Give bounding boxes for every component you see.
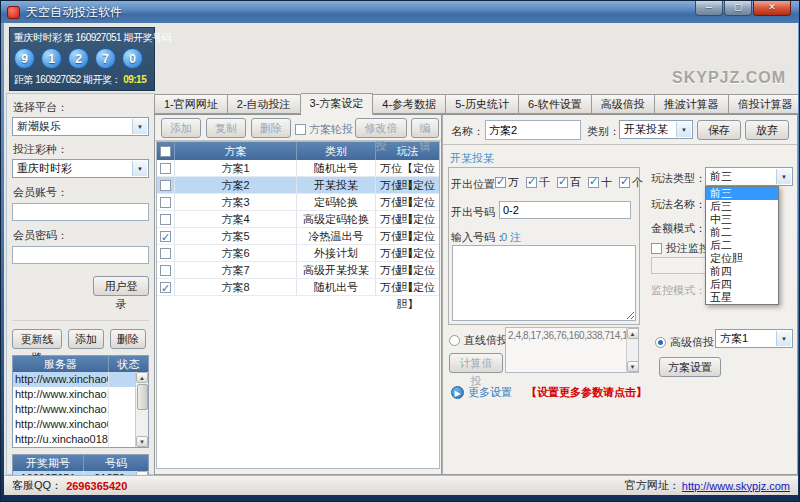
plan-add-button[interactable]: 添加 xyxy=(161,118,201,138)
site-url-link[interactable]: http://www.skypjz.com xyxy=(682,480,790,492)
scrollbar-thumb[interactable] xyxy=(137,384,148,410)
plan-name-input[interactable] xyxy=(485,120,581,140)
server-row[interactable]: http://www.xinchao06... xyxy=(13,372,135,387)
position-option[interactable]: 百 xyxy=(557,175,581,190)
tab-4[interactable]: 4-参考数据 xyxy=(373,94,446,114)
plan-row[interactable]: 方案5冷热温出号万位【定位胆】 xyxy=(157,228,439,245)
plan-row-checkbox[interactable] xyxy=(160,231,171,242)
play-type-option[interactable]: 五星 xyxy=(706,291,778,304)
plan-row[interactable]: 方案6外接计划万位【定位胆】 xyxy=(157,245,439,262)
plan-row[interactable]: 方案8随机出号万位【定位胆】 xyxy=(157,279,439,296)
tab-9[interactable]: 倍投计算器 xyxy=(729,94,798,114)
plan-row[interactable]: 方案3定码轮换万位【定位胆】 xyxy=(157,194,439,211)
position-option[interactable]: 千 xyxy=(526,175,550,190)
plan-row-checkbox[interactable] xyxy=(160,214,171,225)
server-table-scrollbar[interactable]: ▲ ▼ xyxy=(135,372,148,447)
play-type-select[interactable]: 前三 ▼ xyxy=(705,167,793,186)
server-row[interactable]: http://www.xinchao08... xyxy=(13,417,135,432)
tab-6[interactable]: 6-软件设置 xyxy=(519,94,592,114)
position-checkbox[interactable] xyxy=(526,177,537,188)
password-input[interactable] xyxy=(12,246,149,264)
linear-box-scrollbar[interactable]: ▲ ▼ xyxy=(626,328,638,372)
plan-rotate-checkbox[interactable] xyxy=(295,124,306,135)
lottery-select[interactable]: 重庆时时彩 ▼ xyxy=(12,159,149,178)
play-type-option[interactable]: 中三 xyxy=(706,213,778,226)
plan-delete-button[interactable]: 删除 xyxy=(251,118,291,138)
more-settings-link[interactable]: 更多设置 xyxy=(468,385,512,400)
position-option[interactable]: 万 xyxy=(495,175,519,190)
play-type-option[interactable]: 定位胆 xyxy=(706,252,778,265)
numbers-textarea[interactable] xyxy=(452,245,636,321)
tab-8[interactable]: 推波计算器 xyxy=(655,94,729,114)
plan-row-checkbox[interactable] xyxy=(160,197,171,208)
server-row[interactable]: http://www.xinchao15... xyxy=(13,387,135,402)
position-option[interactable]: 十 xyxy=(588,175,612,190)
account-input[interactable] xyxy=(12,203,149,221)
plan-row-checkbox[interactable] xyxy=(160,248,171,259)
calc-multiple-button[interactable]: 计算倍投 xyxy=(449,353,503,373)
tab-2[interactable]: 2-自动投注 xyxy=(228,94,301,114)
plan-row[interactable]: 方案2开某投某万位【定位胆】 xyxy=(157,177,439,194)
advanced-plan-select[interactable]: 方案1 ▼ xyxy=(715,329,793,348)
position-checkbox[interactable] xyxy=(495,177,506,188)
more-settings-hint[interactable]: 【设置更多参数请点击】 xyxy=(526,385,647,400)
play-type-option[interactable]: 前二 xyxy=(706,226,778,239)
delete-line-button[interactable]: 删除 xyxy=(110,329,146,349)
play-type-option[interactable]: 后二 xyxy=(706,239,778,252)
open-number-input[interactable] xyxy=(499,201,631,219)
play-type-option[interactable]: 前四 xyxy=(706,265,778,278)
save-button[interactable]: 保存 xyxy=(697,120,741,140)
play-type-option[interactable]: 前三 xyxy=(706,187,778,200)
scroll-up-icon[interactable]: ▲ xyxy=(627,328,639,339)
plan-row-checkbox[interactable] xyxy=(160,163,171,174)
monitor-checkbox[interactable] xyxy=(651,243,662,254)
plan-row-checkbox[interactable] xyxy=(160,282,171,293)
update-lines-button[interactable]: 更新线路 xyxy=(12,329,62,349)
chevron-down-icon[interactable]: ▼ xyxy=(132,161,147,176)
category-select[interactable]: 开某投某 ▼ xyxy=(619,120,693,139)
position-option[interactable]: 个 xyxy=(619,175,643,190)
tab-3[interactable]: 3-方案设定 xyxy=(301,93,374,115)
tab-5[interactable]: 5-历史统计 xyxy=(446,94,519,114)
advanced-multiple-radio[interactable] xyxy=(655,337,666,348)
add-line-button[interactable]: 添加 xyxy=(68,329,104,349)
plan-settings-button[interactable]: 方案设置 xyxy=(659,357,721,377)
chevron-down-icon[interactable]: ▼ xyxy=(776,331,791,346)
more-settings-icon[interactable]: ▶ xyxy=(451,386,464,399)
maximize-button[interactable]: ▢ xyxy=(724,1,752,16)
chevron-down-icon[interactable]: ▼ xyxy=(132,119,147,134)
scroll-up-icon[interactable]: ▲ xyxy=(136,372,148,383)
server-row[interactable]: http://www.xinchao16... xyxy=(13,402,135,417)
select-all-checkbox[interactable] xyxy=(160,146,171,157)
plan-row[interactable]: 方案1随机出号万位【定位胆】 xyxy=(157,160,439,177)
plan-panel: 添加 复制 删除 方案轮投 i 修改倍投 编辑 方案 类别 玩法 方案1随机 xyxy=(154,115,442,475)
platform-select[interactable]: 新潮娱乐 ▼ xyxy=(12,117,149,136)
plan-edit-button[interactable]: 编辑 xyxy=(411,118,439,138)
tab-7[interactable]: 高级倍投 xyxy=(592,94,655,114)
position-checkbox[interactable] xyxy=(619,177,630,188)
minimize-button[interactable]: ─ xyxy=(695,1,723,16)
plan-copy-button[interactable]: 复制 xyxy=(206,118,246,138)
play-type-option[interactable]: 后四 xyxy=(706,278,778,291)
modify-multiple-button[interactable]: 修改倍投 xyxy=(355,118,407,138)
scroll-down-icon[interactable]: ▼ xyxy=(627,361,639,372)
chevron-down-icon[interactable]: ▼ xyxy=(676,122,691,137)
chevron-down-icon[interactable]: ▼ xyxy=(776,169,791,184)
scroll-down-icon[interactable]: ▼ xyxy=(136,436,148,447)
plan-row[interactable]: 方案4高级定码轮换万位【定位胆】 xyxy=(157,211,439,228)
server-row[interactable]: http://u.xinchao018.c... xyxy=(13,432,135,447)
draw-ball: 7 xyxy=(95,48,116,69)
tab-1[interactable]: 1-官网网址 xyxy=(154,94,228,114)
plan-row[interactable]: 方案7高级开某投某万位【定位胆】 xyxy=(157,262,439,279)
plan-row-checkbox[interactable] xyxy=(160,265,171,276)
linear-multiple-radio[interactable] xyxy=(449,335,460,346)
plan-row-checkbox[interactable] xyxy=(160,180,171,191)
discard-button[interactable]: 放弃 xyxy=(745,120,789,140)
play-type-option[interactable]: 后三 xyxy=(706,200,778,213)
close-button[interactable]: ✕ xyxy=(753,1,791,16)
position-checkbox[interactable] xyxy=(557,177,568,188)
login-button[interactable]: 用户登录 xyxy=(93,276,149,296)
linear-sequence-box[interactable]: 2,4,8,17,36,76,160,338,714,1507 ▲ ▼ xyxy=(505,327,639,373)
position-checkbox[interactable] xyxy=(588,177,599,188)
plan-name: 方案6 xyxy=(174,245,296,261)
